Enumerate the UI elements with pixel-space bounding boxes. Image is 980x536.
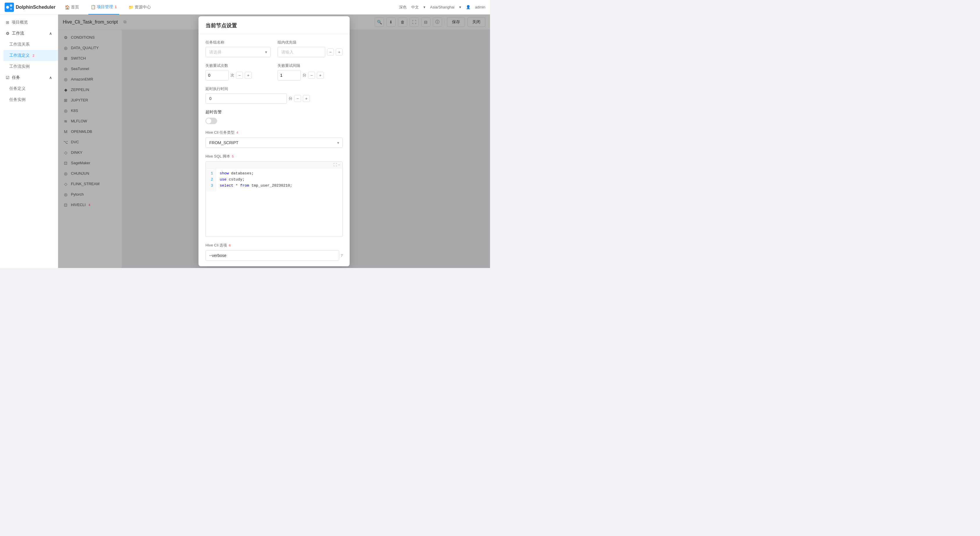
form-group-delay: 延时执行时间 分 − + (205, 86, 343, 104)
sidebar-item-workflow-relation[interactable]: 工作流关系 (3, 39, 58, 50)
sidebar-section-workflow[interactable]: ⚙ 工作流 ∧ (0, 28, 58, 39)
nav-right: 深色 中文 ▾ Asia/Shanghai ▾ 👤 admin (399, 5, 485, 10)
timezone-arrow: ▾ (459, 5, 461, 9)
retry-interval-unit: 分 (302, 73, 306, 78)
modal-overlay: 当前节点设置 任务组名称 ▾ 组内优先级 (58, 14, 490, 268)
task-collapse-icon: ∧ (49, 75, 52, 80)
hive-sql-section: Hive SQL 脚本 5 ⛶ − 1 2 (205, 154, 343, 237)
retry-interval-group: 分 − + (278, 70, 343, 81)
code-content[interactable]: show databases; use cstudy; select * fro… (216, 168, 296, 191)
timeout-label: 超时告警 (205, 110, 343, 115)
hive-cli-type-section: Hive Cli 任务类型 4 FROM_SCRIPT (205, 130, 343, 148)
hive-cli-type-select-wrapper: FROM_SCRIPT (205, 137, 343, 148)
workflow-icon: ⚙ (6, 31, 10, 36)
modal: 当前节点设置 任务组名称 ▾ 组内优先级 (199, 16, 350, 266)
retry-interval-decrement[interactable]: − (308, 72, 315, 79)
workflow-definition-badge: 2 (33, 54, 34, 57)
lang-arrow: ▾ (423, 5, 425, 9)
badge5: 5 (232, 155, 234, 158)
logo: DolphinScheduler (5, 3, 56, 12)
code-close-icon[interactable]: − (338, 163, 340, 167)
hive-options-label: Hive Cli 选项 (205, 243, 227, 248)
priority-decrement[interactable]: − (327, 49, 334, 56)
workflow-instance-label: 工作流实例 (9, 64, 30, 69)
workflow-label: 工作流 (12, 31, 24, 36)
sidebar: ⊞ 项目概览 ⚙ 工作流 ∧ 工作流关系 工作流定义 2 工作流实例 ☑ (0, 14, 58, 268)
task-definition-label: 任务定义 (9, 86, 25, 91)
priority-increment[interactable]: + (336, 49, 343, 56)
retry-count-decrement[interactable]: − (236, 72, 243, 79)
form-group-retry-interval: 失败重试间隔 分 − + (278, 63, 343, 81)
task-group-select-wrapper: ▾ (205, 47, 270, 57)
nav-resource-label: 资源中心 (135, 5, 151, 10)
hive-cli-type-select[interactable]: FROM_SCRIPT (205, 137, 343, 148)
hive-options-input-group: 7 (205, 250, 343, 261)
hive-cli-type-value: FROM_SCRIPT (209, 140, 238, 145)
retry-count-input[interactable] (205, 70, 229, 81)
delay-decrement[interactable]: − (294, 95, 301, 102)
retry-interval-increment[interactable]: + (317, 72, 324, 79)
retry-count-increment[interactable]: + (245, 72, 252, 79)
hive-options-input[interactable] (205, 250, 339, 261)
nav-home[interactable]: 🏠 首页 (62, 0, 81, 14)
hive-sql-label: Hive SQL 脚本 (205, 154, 230, 159)
hive-options-section: Hive Cli 选项 6 7 (205, 243, 343, 261)
lang-label[interactable]: 中文 (411, 5, 419, 10)
nav-project-label: 项目管理 (97, 4, 113, 10)
form-row-delay: 延时执行时间 分 − + (205, 86, 343, 104)
form-row-group: 任务组名称 ▾ 组内优先级 − + (205, 40, 343, 57)
top-nav: DolphinScheduler 🏠 首页 📋 项目管理 1 📁 资源中心 深色… (0, 0, 490, 14)
code-editor: ⛶ − 1 2 3 show databases; use cstudy; se… (205, 161, 343, 237)
delay-increment[interactable]: + (303, 95, 310, 102)
workflow-definition-label: 工作流定义 (9, 53, 30, 58)
retry-count-group: 次 − + (205, 70, 270, 81)
svg-rect-0 (5, 3, 14, 12)
modal-header: 当前节点设置 (199, 16, 350, 34)
priority-input-group: − + (278, 47, 343, 57)
sidebar-item-workflow-instance[interactable]: 工作流实例 (3, 61, 58, 72)
app-name: DolphinScheduler (16, 5, 56, 10)
overview-label: 项目概览 (12, 20, 28, 25)
resource-icon: 📁 (129, 5, 134, 10)
form-group-retry-count: 失败重试次数 次 − + (205, 63, 270, 81)
sidebar-item-workflow-definition[interactable]: 工作流定义 2 (3, 50, 58, 61)
modal-body: 任务组名称 ▾ 组内优先级 − + (199, 34, 350, 266)
task-instance-label: 任务实例 (9, 97, 25, 102)
task-group-input[interactable] (205, 47, 270, 57)
project-icon: 📋 (91, 5, 95, 9)
main-content: Hive_Cli_Task_from_script ⧉ 🔍 ⬇ 🗑 ⛶ ⊟ ⓘ … (58, 14, 490, 268)
timeout-section: 超时告警 (205, 110, 343, 124)
nav-project[interactable]: 📋 项目管理 1 (88, 0, 119, 14)
nav-resource[interactable]: 📁 资源中心 (126, 0, 153, 14)
form-group-task-group: 任务组名称 ▾ (205, 40, 270, 57)
code-line-numbers: 1 2 3 (206, 168, 216, 191)
user-label[interactable]: admin (475, 5, 485, 9)
delay-label: 延时执行时间 (205, 86, 343, 92)
sidebar-sub-workflow: 工作流关系 工作流定义 2 工作流实例 (0, 39, 58, 72)
workflow-relation-label: 工作流关系 (9, 42, 30, 47)
retry-interval-label: 失败重试间隔 (278, 63, 343, 68)
timeout-toggle[interactable] (205, 118, 217, 124)
home-icon: 🏠 (65, 5, 70, 10)
sidebar-item-project-overview[interactable]: ⊞ 项目概览 (0, 17, 58, 28)
priority-input[interactable] (278, 47, 325, 57)
code-fullscreen-icon[interactable]: ⛶ (333, 163, 337, 167)
priority-label: 组内优先级 (278, 40, 343, 45)
logo-icon (5, 3, 14, 12)
svg-point-2 (10, 4, 12, 7)
retry-interval-input[interactable] (278, 70, 301, 81)
code-editor-body[interactable]: 1 2 3 show databases; use cstudy; select… (206, 168, 342, 191)
sidebar-section-task[interactable]: ☑ 任务 ∧ (0, 72, 58, 83)
svg-point-1 (6, 6, 9, 9)
svg-point-3 (10, 8, 12, 10)
sidebar-sub-task: 任务定义 任务实例 (0, 83, 58, 105)
sidebar-item-task-definition[interactable]: 任务定义 (3, 83, 58, 94)
sidebar-item-task-instance[interactable]: 任务实例 (3, 94, 58, 105)
hive-cli-type-label: Hive Cli 任务类型 (205, 130, 234, 135)
delay-group: 分 − + (205, 93, 343, 104)
delay-input[interactable] (205, 93, 287, 104)
main-layout: ⊞ 项目概览 ⚙ 工作流 ∧ 工作流关系 工作流定义 2 工作流实例 ☑ (0, 14, 490, 268)
timezone-label[interactable]: Asia/Shanghai (430, 5, 455, 9)
nav-home-label: 首页 (71, 5, 79, 10)
theme-label[interactable]: 深色 (399, 5, 407, 10)
